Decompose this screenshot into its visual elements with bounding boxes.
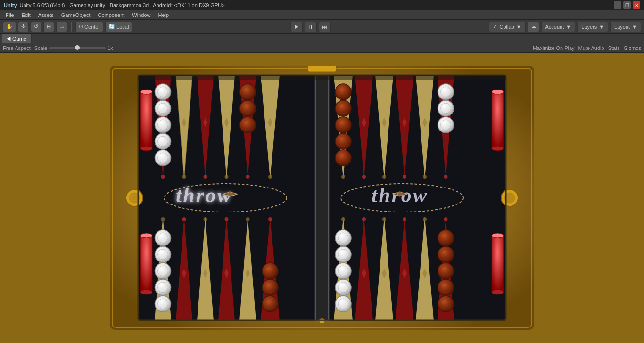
account-label: Account [545,24,564,30]
maximize-on-play-btn[interactable]: Maximize On Play [533,45,575,51]
svg-rect-8 [315,75,316,320]
layers-dropdown-icon: ▼ [599,24,604,30]
minimize-button[interactable]: — [614,1,621,9]
play-button[interactable]: ▶ [290,22,303,32]
separator-1 [71,22,72,32]
rect-tool-button[interactable]: ▭ [56,22,67,32]
svg-point-109 [335,150,351,166]
rotate-tool-button[interactable]: ↺ [31,22,41,32]
svg-point-84 [155,84,171,100]
svg-point-50 [204,217,207,221]
svg-point-36 [161,175,165,179]
game-tab-icon: ◀ [7,35,10,41]
svg-point-44 [382,175,386,179]
svg-text:throw: throw [176,184,232,207]
svg-point-160 [140,90,152,94]
svg-point-145 [335,279,351,295]
gizmos-btn[interactable]: Gizmos [624,45,641,51]
svg-point-141 [262,263,278,279]
svg-rect-165 [492,92,504,148]
maximize-button[interactable]: ❐ [623,1,631,9]
center-label: Center [84,24,100,30]
svg-text:♆: ♆ [504,66,515,68]
svg-point-53 [268,217,272,221]
svg-point-113 [240,100,256,116]
move-tool-button[interactable]: ✛ [18,22,29,32]
titlebar-title-area: Unity Unity 5.6.0f3 (64bit) - Gameplay.u… [4,2,225,8]
menu-component[interactable]: Component [94,11,128,19]
tab-game[interactable]: ◀ Game [2,34,32,43]
svg-point-167 [492,146,504,151]
scale-slider[interactable] [49,47,106,49]
scale-value: 1x [107,45,113,51]
svg-point-163 [140,233,152,238]
svg-point-170 [492,290,504,294]
svg-point-93 [155,150,171,166]
secondary-toolbar: Free Aspect Scale 1x Maximize On Play Mu… [0,43,644,53]
close-button[interactable]: ✕ [633,1,640,9]
svg-point-133 [438,246,454,262]
svg-point-45 [403,175,406,179]
tab-strip: ◀ Game [0,34,644,43]
layers-button[interactable]: Layers ▼ [577,22,608,32]
pause-button[interactable]: ⏸ [305,22,317,32]
menu-window[interactable]: Window [128,11,154,19]
svg-point-131 [438,263,454,279]
collab-dropdown-icon: ▼ [516,24,521,30]
menu-file[interactable]: File [2,11,18,19]
svg-point-54 [341,217,345,221]
window-controls: — ❐ ✕ [614,1,640,9]
svg-point-40 [246,175,250,179]
backgammon-board: throw throw [110,66,534,330]
svg-point-43 [362,175,366,179]
hand-tool-button[interactable]: ✋ [3,22,16,32]
menu-assets[interactable]: Assets [34,11,58,19]
svg-rect-7 [315,75,329,320]
svg-point-42 [341,175,345,179]
svg-point-39 [225,175,229,179]
svg-point-117 [155,296,171,312]
toolbar: ✋ ✛ ↺ ⊞ ▭ ⊙ Center 🔄 Local ▶ ⏸ ⏭ ✓ Colla… [0,20,644,34]
menu-edit[interactable]: Edit [18,11,34,19]
layout-button[interactable]: Layout ▼ [610,22,641,32]
cloud-button[interactable]: ☁ [528,22,539,32]
svg-text:♆: ♆ [129,66,140,68]
svg-point-111 [240,84,256,100]
svg-point-58 [423,217,427,221]
menu-gameobject[interactable]: GameObject [58,11,94,19]
game-view: throw throw [0,53,644,343]
svg-point-158 [397,192,402,196]
collab-button[interactable]: ✓ Collab ▼ [489,22,525,32]
layers-label: Layers [581,24,597,30]
step-button[interactable]: ⏭ [319,22,331,32]
local-icon: 🔄 [108,24,115,30]
svg-point-86 [159,88,162,90]
unity-logo: Unity [4,2,17,8]
center-button[interactable]: ⊙ Center [75,22,103,32]
menu-help[interactable]: Help [154,11,173,19]
svg-point-59 [444,217,448,221]
svg-point-139 [262,279,278,295]
svg-point-149 [335,246,351,262]
free-aspect-dropdown[interactable]: Free Aspect [3,45,31,51]
svg-point-101 [335,84,351,100]
svg-rect-9 [328,75,329,320]
scale-thumb [75,45,80,50]
svg-point-127 [438,296,454,312]
layout-label: Layout [614,24,630,30]
svg-point-89 [155,117,171,133]
account-dropdown-icon: ▼ [566,24,571,30]
local-button[interactable]: 🔄 Local [105,22,132,32]
svg-point-121 [155,263,171,279]
scale-container: Scale 1x [34,45,113,51]
svg-point-123 [155,246,171,262]
mute-audio-btn[interactable]: Mute Audio [578,45,604,51]
stats-btn[interactable]: Stats [608,45,620,51]
svg-point-105 [335,117,351,133]
svg-point-125 [155,230,171,246]
scale-tool-button[interactable]: ⊞ [43,22,54,32]
account-button[interactable]: Account ▼ [541,22,576,32]
svg-point-55 [362,217,366,221]
svg-point-37 [182,175,186,179]
collab-check-icon: ✓ [493,24,497,30]
